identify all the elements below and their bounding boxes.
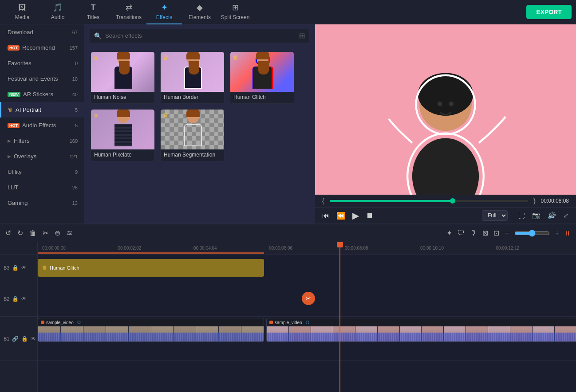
stop-button[interactable]: ⏹ — [366, 212, 373, 220]
toolbar-item-effects[interactable]: ✦ Effects — [146, 0, 182, 24]
audio-waveform-2 — [267, 333, 576, 341]
overlay-icon[interactable]: ⊠ — [482, 229, 488, 237]
lock-icon-2[interactable]: 🔒 — [12, 296, 19, 302]
sidebar-item-lut[interactable]: LUT 28 — [0, 180, 84, 195]
audio-waveform-1 — [38, 333, 264, 341]
snapshot-icon[interactable]: 📷 — [532, 212, 540, 220]
track-labels: B3 🔒 👁 B2 🔒 👁 B1 🔗 🔒 👁 — [0, 242, 38, 392]
caption-icon[interactable]: ⊡ — [493, 229, 499, 237]
effect-label-glitch: Human Glitch — [230, 92, 294, 103]
sidebar: Download 67 HOT Recommend 157 Favorites … — [0, 24, 84, 223]
preview-svg — [315, 24, 576, 195]
delete-icon[interactable]: 🗑 — [29, 229, 36, 237]
eye-icon-2[interactable]: 👁 — [21, 296, 27, 302]
toolbar-item-audio[interactable]: 🎵 Audio — [40, 0, 75, 24]
lock-icon-1[interactable]: 🔒 — [21, 336, 28, 342]
magic-icon[interactable]: ✦ — [446, 229, 452, 237]
effect-card-pixelate[interactable]: ♛ Human Pixelate — [91, 109, 155, 161]
cut-icon[interactable]: ✂ — [43, 229, 48, 237]
redo-icon[interactable]: ↻ — [17, 229, 23, 237]
timeline-right-controls: ✦ 🛡 🎙 ⊠ ⊡ − + ⏸ — [446, 229, 571, 237]
clip-dot — [41, 321, 44, 324]
effect-card-segmentation[interactable]: ♛ Human Segmentation — [160, 109, 225, 161]
sidebar-item-download[interactable]: Download 67 — [0, 24, 84, 40]
mark-out-button[interactable]: } — [533, 197, 536, 204]
effects-icon: ✦ — [161, 3, 168, 12]
video-clip-2[interactable]: sample_video ⬡ — [266, 318, 576, 342]
playhead[interactable] — [339, 242, 340, 392]
effects-panel: 🔍 ⊞ ♛ — [84, 24, 315, 223]
effect-label-pixelate: Human Pixelate — [91, 149, 154, 161]
export-button[interactable]: EXPORT — [526, 5, 572, 19]
adjust-icon[interactable]: ⊜ — [55, 229, 60, 237]
eye-icon-3[interactable]: 👁 — [21, 265, 27, 271]
zoom-in-button[interactable]: + — [555, 229, 559, 237]
mark-in-button[interactable]: { — [322, 197, 324, 204]
timecode: 00:00:08:08 — [541, 198, 569, 204]
svg-point-6 — [438, 102, 442, 106]
search-input[interactable] — [105, 32, 296, 39]
track-2: ✂ — [38, 281, 576, 317]
effect-label-border: Human Border — [161, 92, 224, 103]
audio-icon: 🎵 — [53, 3, 63, 12]
progress-handle[interactable] — [450, 198, 455, 204]
ruler-marks: 00:00:00:00 00:00:02:02 00:00:04:04 00:0… — [38, 246, 576, 251]
pause-timeline-button[interactable]: ⏸ — [564, 230, 571, 237]
video-clip-1[interactable]: sample_video ⬡ — [38, 318, 264, 342]
toolbar-item-split-screen[interactable]: ⊞ Split Screen — [217, 0, 253, 24]
preview-panel: { } 00:00:08:08 ⏮ ⏪ ▶ ⏹ Full ⛶ 📷 🔊 — [315, 24, 576, 223]
top-toolbar: 🖼 Media 🎵 Audio T Titles ⇄ Transitions ✦… — [0, 0, 576, 24]
frame-back-button[interactable]: ⏪ — [336, 212, 345, 220]
crown-icon-pixelate: ♛ — [93, 112, 99, 119]
svg-point-3 — [418, 73, 473, 116]
toolbar-item-media[interactable]: 🖼 Media — [4, 0, 40, 24]
sidebar-item-audio-effects[interactable]: HOT Audio Effects 5 — [0, 118, 84, 133]
sidebar-item-favorites[interactable]: Favorites 0 — [0, 55, 84, 71]
toolbar-item-titles[interactable]: T Titles — [75, 0, 111, 24]
transitions-icon: ⇄ — [126, 3, 132, 12]
track-label-2: B2 🔒 👁 — [0, 281, 37, 317]
toolbar-item-transitions[interactable]: ⇄ Transitions — [111, 0, 146, 24]
effect-card-border[interactable]: ♛ Human Border — [160, 51, 225, 104]
playback-controls: ⏮ ⏪ ▶ ⏹ Full ⛶ 📷 🔊 ⤢ — [315, 207, 576, 223]
sidebar-item-gaming[interactable]: Gaming 13 — [0, 195, 84, 211]
zoom-slider[interactable] — [514, 230, 550, 237]
sidebar-item-ai-portrait[interactable]: ♛ AI Portrait 5 — [0, 102, 84, 118]
sidebar-item-utility[interactable]: Utility 9 — [0, 164, 84, 180]
volume-icon[interactable]: 🔊 — [548, 212, 556, 220]
lock-icon-3[interactable]: 🔒 — [12, 265, 19, 271]
sidebar-item-festival[interactable]: Festival and Events 10 — [0, 71, 84, 86]
zoom-out-button[interactable]: − — [505, 229, 509, 237]
effect-card-noise[interactable]: ♛ Human Noise — [91, 51, 155, 104]
playhead-handle[interactable] — [337, 242, 343, 247]
audio-wave-icon[interactable]: ≋ — [67, 229, 72, 237]
undo-icon[interactable]: ↺ — [5, 229, 11, 237]
effect-label-noise: Human Noise — [91, 92, 154, 103]
play-button[interactable]: ▶ — [352, 210, 359, 221]
grid-icon[interactable]: ⊞ — [299, 31, 305, 40]
sidebar-item-filters[interactable]: ▶ Filters 160 — [0, 133, 84, 149]
step-back-button[interactable]: ⏮ — [322, 212, 329, 220]
fullscreen-icon[interactable]: ⛶ — [518, 212, 525, 220]
more-icon[interactable]: ⤢ — [563, 212, 569, 220]
sidebar-item-recommend[interactable]: HOT Recommend 157 — [0, 40, 84, 55]
sidebar-item-ar-stickers[interactable]: NEW AR Stickers 40 — [0, 86, 84, 102]
quality-select[interactable]: Full — [482, 210, 508, 221]
track-1: sample_video ⬡ — [38, 317, 576, 361]
toolbar-item-elements[interactable]: ◆ Elements — [182, 0, 217, 24]
track-label-3: B3 🔒 👁 — [0, 255, 37, 281]
progress-bar[interactable] — [330, 200, 528, 202]
mic-icon[interactable]: 🎙 — [470, 229, 477, 237]
shield-icon[interactable]: 🛡 — [458, 229, 465, 237]
sidebar-item-overlays[interactable]: ▶ Overlays 121 — [0, 149, 84, 164]
link-icon-1[interactable]: 🔗 — [12, 336, 19, 342]
crown-icon: ♛ — [93, 54, 99, 61]
eye-icon-1[interactable]: 👁 — [31, 336, 36, 342]
effect-clip-human-glitch[interactable]: ♛ Human Glitch — [38, 259, 264, 277]
crown-icon-border: ♛ — [163, 54, 169, 61]
crown-icon-segment: ♛ — [163, 112, 169, 119]
search-bar: 🔍 ⊞ — [90, 29, 309, 43]
effect-label-segmentation: Human Segmentation — [161, 149, 224, 161]
effect-card-glitch[interactable]: ♛ Human Glitch — [230, 51, 294, 104]
timeline-content: B3 🔒 👁 B2 🔒 👁 B1 🔗 🔒 👁 — [0, 242, 576, 392]
